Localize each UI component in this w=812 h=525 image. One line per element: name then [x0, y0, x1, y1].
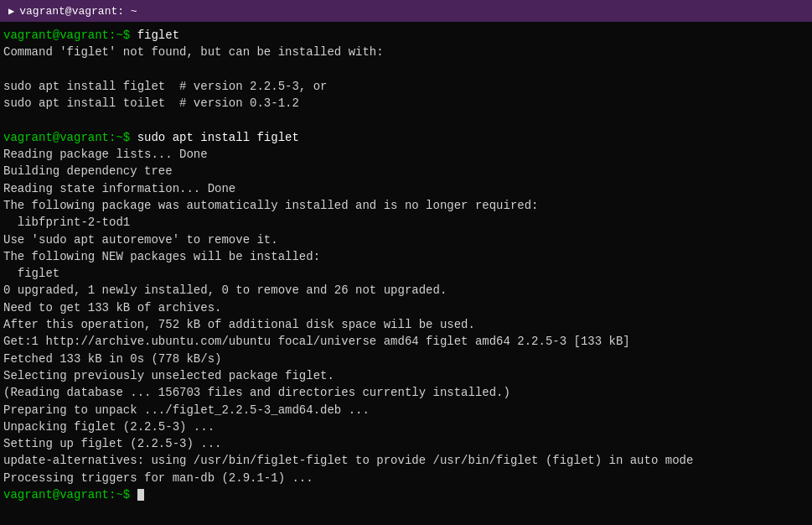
output-text: sudo apt install figlet # version 2.2.5-…	[3, 80, 327, 93]
terminal-line: libfprint-2-tod1	[3, 214, 809, 231]
terminal-line: Reading package lists... Done	[3, 146, 809, 163]
output-text: 0 upgraded, 1 newly installed, 0 to remo…	[3, 283, 447, 297]
terminal-line: vagrant@vagrant:~$ sudo apt install figl…	[3, 129, 809, 146]
output-text: Setting up figlet (2.2.5-3) ...	[3, 437, 221, 450]
cursor	[137, 489, 144, 501]
terminal-line: Processing triggers for man-db (2.9.1-1)…	[3, 470, 809, 486]
output-text: Preparing to unpack .../figlet_2.2.5-3_a…	[3, 403, 370, 417]
terminal-line: The following NEW packages will be insta…	[3, 248, 809, 265]
output-text: figlet	[3, 267, 59, 280]
output-text: The following NEW packages will be insta…	[3, 250, 320, 263]
terminal-line: Reading state information... Done	[3, 180, 809, 197]
terminal-line	[3, 61, 809, 78]
output-text: sudo apt install toilet # version 0.3-1.…	[3, 96, 299, 110]
output-text: Use 'sudo apt autoremove' to remove it.	[3, 233, 278, 247]
output-text: libfprint-2-tod1	[3, 216, 130, 229]
output-text: Fetched 133 kB in 0s (778 kB/s)	[3, 352, 221, 366]
terminal-line: sudo apt install toilet # version 0.3-1.…	[3, 95, 809, 112]
terminal-line	[3, 112, 809, 128]
output-text: Building dependency tree	[3, 164, 173, 178]
terminal-line: Fetched 133 kB in 0s (778 kB/s)	[3, 351, 809, 367]
terminal-line: Use 'sudo apt autoremove' to remove it.	[3, 231, 809, 248]
terminal-line: update-alternatives: using /usr/bin/figl…	[3, 452, 809, 469]
terminal-line: Unpacking figlet (2.2.5-3) ...	[3, 418, 809, 435]
terminal-line: The following package was automatically …	[3, 197, 809, 214]
output-text: update-alternatives: using /usr/bin/figl…	[3, 454, 693, 467]
prompt-text: vagrant@vagrant:~$	[3, 131, 137, 144]
output-text: Reading state information... Done	[3, 182, 235, 195]
output-text: Command 'figlet' not found, but can be i…	[3, 45, 384, 59]
prompt-text: vagrant@vagrant:~$	[3, 488, 137, 502]
terminal-line: (Reading database ... 156703 files and d…	[3, 384, 809, 401]
terminal-line: vagrant@vagrant:~$	[3, 486, 809, 503]
output-text: Need to get 133 kB of archives.	[3, 301, 221, 314]
title-bar: ▶ vagrant@vagrant: ~	[0, 0, 812, 22]
output-text: (Reading database ... 156703 files and d…	[3, 386, 510, 399]
output-text: After this operation, 752 kB of addition…	[3, 318, 475, 331]
terminal-line: figlet	[3, 265, 809, 282]
terminal-line: Building dependency tree	[3, 163, 809, 179]
output-text: Processing triggers for man-db (2.9.1-1)…	[3, 471, 313, 485]
terminal-line: 0 upgraded, 1 newly installed, 0 to remo…	[3, 282, 809, 299]
output-text: Reading package lists... Done	[3, 148, 208, 161]
output-text: Get:1 http://archive.ubuntu.com/ubuntu f…	[3, 335, 630, 348]
prompt-text: vagrant@vagrant:~$	[3, 29, 137, 42]
terminal-line: Need to get 133 kB of archives.	[3, 299, 809, 316]
output-text: Unpacking figlet (2.2.5-3) ...	[3, 420, 215, 434]
command-text: figlet	[137, 29, 179, 42]
output-text: Selecting previously unselected package …	[3, 369, 334, 382]
title-bar-text: vagrant@vagrant: ~	[19, 5, 137, 18]
terminal-window[interactable]: vagrant@vagrant:~$ figletCommand 'figlet…	[0, 22, 812, 525]
terminal-line: After this operation, 752 kB of addition…	[3, 316, 809, 333]
terminal-line: sudo apt install figlet # version 2.2.5-…	[3, 78, 809, 95]
terminal-line: Get:1 http://archive.ubuntu.com/ubuntu f…	[3, 333, 809, 350]
terminal-icon: ▶	[8, 5, 14, 18]
output-text: The following package was automatically …	[3, 199, 539, 212]
terminal-line: Preparing to unpack .../figlet_2.2.5-3_a…	[3, 402, 809, 418]
terminal-line: Setting up figlet (2.2.5-3) ...	[3, 435, 809, 452]
command-text: sudo apt install figlet	[137, 131, 299, 144]
terminal-line: Selecting previously unselected package …	[3, 367, 809, 384]
terminal-line: vagrant@vagrant:~$ figlet	[3, 27, 809, 44]
terminal-line: Command 'figlet' not found, but can be i…	[3, 44, 809, 60]
